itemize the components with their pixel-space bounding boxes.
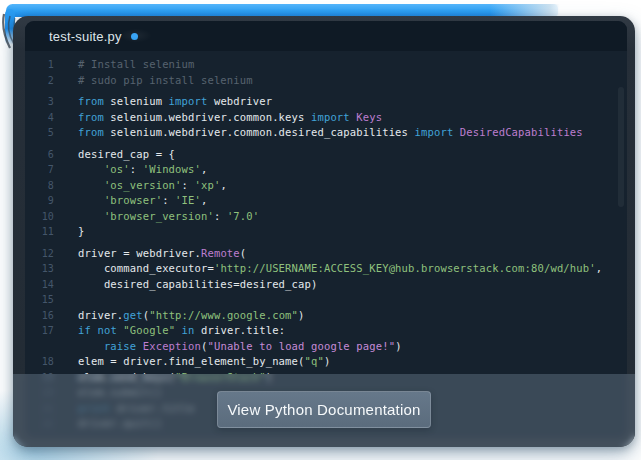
line-number: 3 bbox=[25, 94, 54, 110]
line-number bbox=[25, 339, 54, 355]
line-number: 9 bbox=[25, 193, 54, 209]
line-content: 'os': 'Windows', bbox=[78, 162, 207, 178]
tab-smudge-decoration bbox=[121, 29, 151, 42]
line-number: 7 bbox=[25, 162, 54, 178]
line-number: 16 bbox=[25, 308, 54, 324]
line-content: elem = driver.find_element_by_name("q") bbox=[78, 354, 330, 370]
line-number: 8 bbox=[25, 178, 54, 194]
line-number: 18 bbox=[25, 354, 54, 370]
code-line: raise Exception("Unable to load google p… bbox=[25, 339, 627, 355]
line-content: driver.get("http://www.google.com") bbox=[78, 308, 305, 324]
code-line: 16driver.get("http://www.google.com") bbox=[25, 308, 627, 324]
code-line: 10 'browser_version': '7.0' bbox=[25, 209, 627, 225]
code-line: 4from selenium.webdriver.common.keys imp… bbox=[25, 110, 627, 126]
line-number: 14 bbox=[25, 277, 54, 293]
code-line: 13 command_executor='http://USERNAME:ACC… bbox=[25, 261, 627, 277]
editor-window: test-suite.py 1# Install selenium2# sudo… bbox=[13, 16, 635, 447]
tab-bar: test-suite.py bbox=[25, 21, 627, 51]
line-number: 1 bbox=[25, 57, 54, 73]
code-line: 6desired_cap = { bbox=[25, 147, 627, 163]
line-content: if not "Google" in driver.title: bbox=[78, 323, 285, 339]
code-line: 14 desired_capabilities=desired_cap) bbox=[25, 277, 627, 293]
line-content: # Install selenium bbox=[78, 57, 195, 73]
line-content: 'os_version': 'xp', bbox=[78, 178, 227, 194]
tab-title: test-suite.py bbox=[49, 29, 122, 44]
line-content: from selenium.webdriver.common.keys impo… bbox=[78, 110, 382, 126]
code-line: 15 bbox=[25, 292, 627, 308]
code-line: 9 'browser': 'IE', bbox=[25, 193, 627, 209]
hero-scene: test-suite.py 1# Install selenium2# sudo… bbox=[0, 0, 641, 460]
line-content: 'browser_version': '7.0' bbox=[78, 209, 259, 225]
code-line: 18elem = driver.find_element_by_name("q"… bbox=[25, 354, 627, 370]
code-line: 11} bbox=[25, 224, 627, 240]
code-line: 7 'os': 'Windows', bbox=[25, 162, 627, 178]
line-content: driver = webdriver.Remote( bbox=[78, 246, 246, 262]
line-number: 6 bbox=[25, 147, 54, 163]
code-line: 17if not "Google" in driver.title: bbox=[25, 323, 627, 339]
line-content: desired_cap = { bbox=[78, 147, 175, 163]
line-content: # sudo pip install selenium bbox=[78, 73, 253, 89]
line-content: from selenium.webdriver.common.desired_c… bbox=[78, 125, 583, 141]
line-number: 11 bbox=[25, 224, 54, 240]
line-number: 17 bbox=[25, 323, 54, 339]
code-line: 1# Install selenium bbox=[25, 57, 627, 73]
line-content: 'browser': 'IE', bbox=[78, 193, 207, 209]
code-line: 2# sudo pip install selenium bbox=[25, 73, 627, 89]
code-line: 3from selenium import webdriver bbox=[25, 94, 627, 110]
line-content: raise Exception("Unable to load google p… bbox=[78, 339, 402, 355]
line-number: 2 bbox=[25, 73, 54, 89]
code-line: 5from selenium.webdriver.common.desired_… bbox=[25, 125, 627, 141]
line-number: 5 bbox=[25, 125, 54, 141]
line-content: desired_capabilities=desired_cap) bbox=[78, 277, 317, 293]
line-number: 13 bbox=[25, 261, 54, 277]
line-content: command_executor='http://USERNAME:ACCESS… bbox=[78, 261, 602, 277]
line-number: 4 bbox=[25, 110, 54, 126]
line-content: from selenium import webdriver bbox=[78, 94, 272, 110]
line-number: 10 bbox=[25, 209, 54, 225]
code-line: 8 'os_version': 'xp', bbox=[25, 178, 627, 194]
view-python-documentation-button[interactable]: View Python Documentation bbox=[217, 391, 431, 428]
code-line: 12driver = webdriver.Remote( bbox=[25, 246, 627, 262]
line-number: 12 bbox=[25, 246, 54, 262]
line-content: } bbox=[78, 224, 84, 240]
scrollbar[interactable] bbox=[618, 87, 624, 207]
line-number: 15 bbox=[25, 292, 54, 308]
